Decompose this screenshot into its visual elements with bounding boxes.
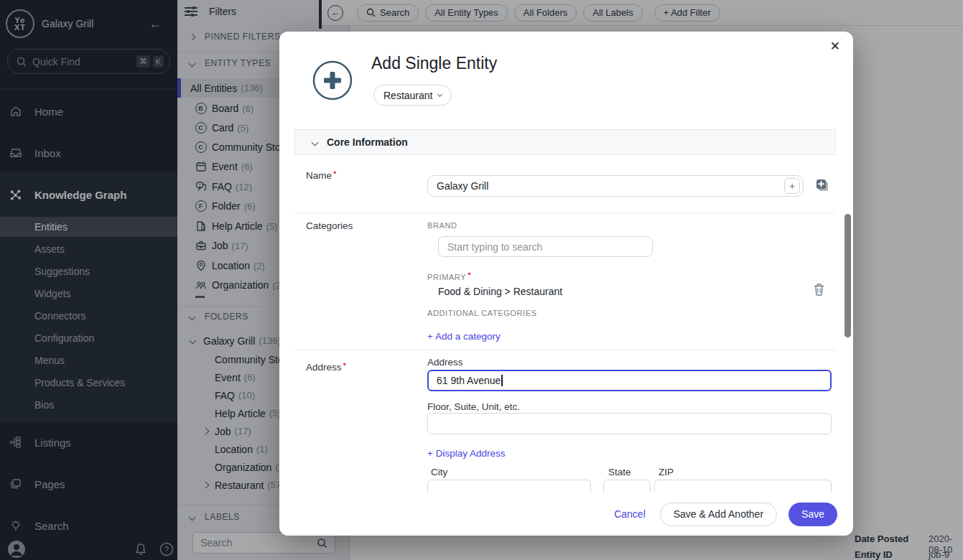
address-line2-input[interactable] bbox=[427, 413, 832, 434]
modal-scrollbar[interactable] bbox=[845, 214, 851, 337]
entity-type-dropdown[interactable]: Restaurant bbox=[373, 85, 452, 106]
text-caret bbox=[501, 375, 503, 386]
required-indicator: • bbox=[333, 167, 337, 178]
add-category-link[interactable]: + Add a category bbox=[427, 331, 501, 342]
close-icon[interactable]: ✕ bbox=[830, 39, 840, 54]
state-label: State bbox=[608, 467, 631, 477]
name-input[interactable] bbox=[427, 175, 804, 197]
modal-title: Add Single Entity bbox=[371, 54, 497, 73]
brand-search-input[interactable] bbox=[438, 236, 653, 257]
modal-footer: Cancel Save & Add Another Save bbox=[279, 493, 853, 536]
chevron-down-icon bbox=[437, 92, 442, 97]
name-field-label: Name• bbox=[306, 167, 337, 181]
required-indicator: • bbox=[343, 359, 347, 370]
add-entity-modal: ✕ Add Single Entity Restaurant Core Info… bbox=[279, 32, 853, 536]
save-add-another-button[interactable]: Save & Add Another bbox=[660, 503, 777, 526]
name-add-button[interactable]: + bbox=[784, 178, 800, 194]
zip-input[interactable] bbox=[654, 480, 832, 493]
required-indicator: • bbox=[467, 269, 471, 279]
add-translation-icon[interactable] bbox=[816, 179, 829, 192]
brand-label: BRAND bbox=[427, 221, 457, 230]
address-line1-input[interactable]: 61 9th Avenue bbox=[427, 370, 832, 391]
address-line2-label: Floor, Suite, Unit, etc. bbox=[427, 401, 520, 412]
primary-category-value: Food & Dining > Restaurant bbox=[438, 286, 562, 297]
chevron-down-icon bbox=[312, 139, 319, 146]
address-line1-label: Address bbox=[427, 357, 463, 368]
display-address-link[interactable]: + Display Address bbox=[427, 448, 505, 459]
additional-categories-label: ADDITIONAL CATEGORIES bbox=[427, 309, 537, 317]
app-screen: Ye XT Galaxy Grill ← ⌘ K Home Inbox Know… bbox=[0, 0, 963, 560]
city-input[interactable] bbox=[427, 480, 591, 493]
divider bbox=[294, 213, 836, 213]
categories-field-label: Categories bbox=[306, 220, 353, 231]
save-button[interactable]: Save bbox=[788, 503, 837, 526]
address-field-label: Address• bbox=[306, 359, 346, 373]
city-label: City bbox=[431, 467, 447, 477]
add-entity-plus-icon bbox=[312, 60, 353, 101]
cancel-button[interactable]: Cancel bbox=[614, 508, 646, 520]
primary-label: PRIMARY• bbox=[427, 269, 471, 281]
section-title: Core Information bbox=[327, 136, 408, 148]
core-information-section[interactable]: Core Information bbox=[294, 129, 836, 155]
modal-body: Core Information Name• + Categories BRAN… bbox=[279, 118, 853, 493]
name-input-wrap: + bbox=[427, 175, 804, 197]
divider bbox=[294, 350, 836, 350]
address-line1-value: 61 9th Avenue bbox=[437, 375, 501, 386]
zip-label: ZIP bbox=[659, 467, 674, 477]
delete-category-trash-icon[interactable] bbox=[814, 284, 824, 296]
state-input[interactable] bbox=[603, 480, 651, 493]
